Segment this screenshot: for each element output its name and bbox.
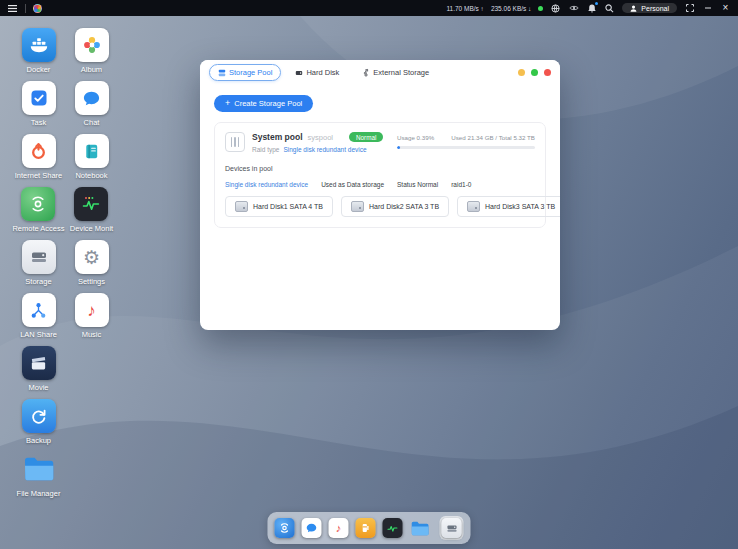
pool-info: System pool syspool Normal Raid type Sin…	[252, 132, 383, 153]
desktop-app-backup[interactable]: Backup	[22, 399, 56, 452]
dock-tools-icon[interactable]	[356, 518, 376, 538]
window-header[interactable]: Storage Pool Hard Disk External Storage	[200, 60, 560, 85]
fullscreen-icon[interactable]	[684, 3, 695, 14]
personal-label: Personal	[641, 5, 669, 12]
pool-header: System pool syspool Normal Raid type Sin…	[225, 132, 535, 153]
close-icon[interactable]: ×	[720, 3, 731, 14]
album-icon	[75, 28, 109, 62]
download-speed: 235.06 KB/s ↓	[491, 5, 531, 12]
pool-properties-row: Single disk redundant device Used as Dat…	[225, 181, 535, 188]
user-icon	[630, 5, 637, 12]
disk-card-2[interactable]: Hard Disk2 SATA 3 TB	[341, 196, 449, 217]
chat-icon	[75, 81, 109, 115]
dock-device-monitor-icon[interactable]	[383, 518, 403, 538]
desktop-app-device-monitor[interactable]: Device Monit	[70, 187, 113, 240]
tab-storage-pool[interactable]: Storage Pool	[209, 64, 281, 81]
desktop: Docker Album Task Chat	[0, 16, 738, 549]
dock-active-slot	[440, 516, 464, 540]
music-icon: ♪	[75, 293, 109, 327]
desktop-app-internet-share[interactable]: Internet Share	[15, 134, 63, 187]
pool-property[interactable]: Single disk redundant device	[225, 181, 308, 188]
hard-disk-icon	[351, 201, 364, 212]
app-label: Music	[82, 330, 102, 339]
search-icon[interactable]	[604, 3, 615, 14]
tab-label: Storage Pool	[229, 68, 272, 77]
system-pool-card: System pool syspool Normal Raid type Sin…	[214, 122, 546, 228]
app-label: Internet Share	[15, 171, 63, 180]
minimize-icon[interactable]	[702, 3, 713, 14]
top-bar-left	[7, 3, 42, 14]
desktop-app-remote-access[interactable]: Remote Access	[12, 187, 64, 240]
hard-disk-icon	[295, 69, 303, 77]
desktop-app-file-manager[interactable]: File Manager	[17, 452, 61, 505]
desktop-app-task[interactable]: Task	[22, 81, 56, 134]
usage-progress-bar	[397, 146, 535, 149]
movie-icon	[22, 346, 56, 380]
app-label: Device Monit	[70, 224, 113, 233]
task-icon	[22, 81, 56, 115]
globe-icon[interactable]	[550, 3, 561, 14]
raid-type-label: Raid type	[252, 146, 279, 153]
bell-icon[interactable]	[586, 3, 597, 14]
dock-music-icon[interactable]: ♪	[329, 518, 349, 538]
remote-access-icon	[21, 187, 55, 221]
desktop-app-movie[interactable]: Movie	[22, 346, 56, 399]
top-bar-right: 11.70 MB/s ↑ 235.06 KB/s ↓ Personal	[446, 3, 731, 14]
desktop-app-album[interactable]: Album	[75, 28, 109, 81]
create-storage-pool-button[interactable]: + Create Storage Pool	[214, 95, 313, 112]
pool-title-row: System pool syspool Normal	[252, 132, 383, 142]
disk-card-3[interactable]: Hard Disk3 SATA 3 TB	[457, 196, 560, 217]
raid-type-value[interactable]: Single disk redundant device	[283, 146, 366, 153]
dock-remote-access-icon[interactable]	[275, 518, 295, 538]
app-label: Settings	[78, 277, 105, 286]
usage-row: Usage 0.39% Used 21.34 GB / Total 5.32 T…	[397, 134, 535, 141]
dock-chat-icon[interactable]	[302, 518, 322, 538]
storage-window: Storage Pool Hard Disk External Storage	[200, 60, 560, 330]
settings-icon: ⚙	[75, 240, 109, 274]
desktop-app-lan-share[interactable]: LAN Share	[20, 293, 57, 346]
backup-icon	[22, 399, 56, 433]
separator	[25, 4, 26, 13]
os-logo-icon[interactable]	[33, 4, 42, 13]
window-close-button[interactable]	[544, 69, 551, 76]
desktop-app-storage[interactable]: Storage	[22, 240, 56, 293]
personal-account-button[interactable]: Personal	[622, 3, 677, 13]
window-zoom-button[interactable]	[531, 69, 538, 76]
notebook-icon	[75, 134, 109, 168]
hard-disk-icon	[235, 201, 248, 212]
usage-label: Usage 0.39%	[397, 134, 434, 141]
app-label: Storage	[25, 277, 51, 286]
dock: ♪	[268, 512, 471, 544]
storage-icon	[22, 240, 56, 274]
eye-icon[interactable]	[568, 3, 579, 14]
desktop-app-docker[interactable]: Docker	[22, 28, 56, 81]
docker-icon	[22, 28, 56, 62]
pool-name: System pool	[252, 132, 303, 142]
pool-code: syspool	[308, 133, 333, 142]
dock-file-manager-icon[interactable]	[410, 518, 430, 538]
lan-share-icon	[22, 293, 56, 327]
dock-storage-icon[interactable]	[442, 518, 462, 538]
disk-label: Hard Disk2 SATA 3 TB	[369, 203, 439, 210]
window-body: + Create Storage Pool System pool syspoo…	[200, 85, 560, 235]
app-label: LAN Share	[20, 330, 57, 339]
plus-icon: +	[225, 100, 230, 107]
file-manager-icon	[22, 452, 56, 486]
window-minimize-button[interactable]	[518, 69, 525, 76]
status-dot	[538, 6, 543, 11]
desktop-app-music[interactable]: ♪ Music	[75, 293, 109, 346]
desktop-app-settings[interactable]: ⚙ Settings	[75, 240, 109, 293]
raid-type-row: Raid type Single disk redundant device	[252, 146, 383, 153]
menu-icon[interactable]	[7, 3, 18, 14]
upload-speed: 11.70 MB/s ↑	[446, 5, 483, 12]
tab-hard-disk[interactable]: Hard Disk	[286, 64, 348, 81]
devices-in-pool-heading: Devices in pool	[225, 165, 535, 172]
desktop-app-notebook[interactable]: Notebook	[75, 134, 109, 187]
device-monitor-icon	[74, 187, 108, 221]
disk-card-1[interactable]: Hard Disk1 SATA 4 TB	[225, 196, 333, 217]
tab-external-storage[interactable]: External Storage	[353, 64, 438, 81]
app-label: File Manager	[17, 489, 61, 498]
app-label: Chat	[84, 118, 100, 127]
usage-progress-fill	[397, 146, 400, 149]
desktop-app-chat[interactable]: Chat	[75, 81, 109, 134]
